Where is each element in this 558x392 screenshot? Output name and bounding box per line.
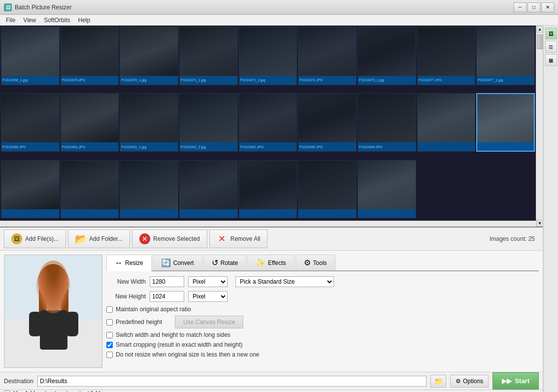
image-thumb[interactable]: P1010491_1.jpg [120,93,178,152]
add-files-button[interactable]: 🖼 Add File(s)... [4,229,66,248]
image-thumb[interactable]: P1010477.JPG [417,27,476,85]
add-files-icon: 🖼 [11,233,22,244]
scroll-thumb[interactable] [537,34,543,49]
image-thumb[interactable] [61,160,119,219]
image-thumb[interactable]: P1010494.JPG [358,93,416,152]
settings-panel: ↔ Resize 🔄 Convert ↺ Rotate ✨ Effects [106,255,539,368]
settings-tabs: ↔ Resize 🔄 Convert ↺ Rotate ✨ Effects [106,255,539,271]
tab-tools[interactable]: ⚙ Tools [295,255,335,270]
folder-structure-checkbox[interactable] [4,391,10,392]
image-thumb[interactable]: P1010472.JPG [298,27,357,85]
add-folder-button[interactable]: 📂 Add Folder... [68,229,130,248]
do-not-resize-checkbox[interactable] [106,352,113,358]
image-thumb[interactable] [179,160,238,219]
image-thumb[interactable]: P1010470.JPG [61,27,119,85]
svg-point-3 [40,277,67,312]
svg-point-7 [44,283,64,306]
remove-all-icon: ✕ [217,233,228,244]
height-unit-select[interactable]: Pixel Percent cm [188,291,228,302]
svg-rect-10 [66,312,78,336]
maximize-button[interactable]: □ [527,2,540,12]
image-thumb[interactable] [120,160,178,219]
resize-tab-icon: ↔ [115,259,123,267]
main-content: P1010468_1.jpg P1010470.JPG P1010470_1.j… [0,26,558,392]
width-label: New Width [106,278,146,285]
image-thumb[interactable] [239,160,297,219]
image-thumb[interactable]: P1010491.JPG [61,93,119,152]
tab-effects[interactable]: ✨ Effects [247,255,294,270]
destination-label: Destination [4,378,33,385]
image-thumb-selected[interactable] [476,93,535,152]
image-thumb[interactable]: P1010473_1.jpg [358,27,416,85]
menu-view[interactable]: View [19,16,40,25]
window-controls: ─ □ ✕ [514,2,554,12]
menu-softorbits[interactable]: SoftOrbits [40,16,74,25]
start-button[interactable]: ▶▶ Start [492,372,539,390]
preview-box [4,255,102,368]
remove-all-button[interactable]: ✕ Remove All [209,229,268,248]
action-toolbar: 🖼 Add File(s)... 📂 Add Folder... ✕ Remov… [0,228,543,251]
maintain-aspect-checkbox[interactable] [106,306,113,313]
remove-selected-button[interactable]: ✕ Remove Selected [132,229,207,248]
smart-crop-checkbox[interactable] [106,342,113,348]
do-not-resize-row: Do not resize when original size is less… [106,351,539,358]
predefined-height-checkbox[interactable] [106,319,113,326]
image-thumb[interactable] [298,160,357,219]
rotate-tab-icon: ↺ [212,258,218,267]
image-thumb[interactable] [358,160,416,219]
browse-destination-button[interactable]: 📁 [430,375,446,388]
image-area: P1010468_1.jpg P1010470.JPG P1010470_1.j… [0,26,543,392]
predefined-height-row: Predefined height Use Canvas Resize [106,316,539,328]
add-folder-icon: 📂 [75,233,86,244]
scroll-up-arrow[interactable]: ▲ [536,26,543,33]
destination-bar: Destination 📁 ⚙ Options ▶▶ Start [0,372,543,390]
destination-input[interactable] [37,376,427,387]
switch-dimensions-row: Switch width and height to match long si… [106,331,539,338]
images-count: Images count: 25 [490,235,539,242]
height-input[interactable] [150,291,184,302]
image-thumb[interactable]: P1010493.JPG [298,93,357,152]
image-thumb[interactable]: P1010471_1.jpg [179,27,238,85]
options-button[interactable]: ⚙ Options [450,375,489,388]
image-thumb[interactable]: P1010477_1.jpg [476,27,535,85]
image-thumb[interactable]: P1010470_1.jpg [120,27,178,85]
width-unit-select[interactable]: Pixel Percent cm [188,276,228,287]
tab-convert[interactable]: 🔄 Convert [153,255,202,270]
thumbnail-view-button[interactable]: 🖼 [545,28,557,39]
options-gear-icon: ⚙ [456,378,461,385]
remove-selected-icon: ✕ [139,233,150,244]
image-thumb[interactable] [417,93,476,152]
close-button[interactable]: ✕ [541,2,554,12]
height-label: New Height [106,293,146,300]
convert-tab-icon: 🔄 [161,258,171,267]
scroll-down-arrow[interactable]: ▼ [536,220,543,227]
minimize-button[interactable]: ─ [514,2,526,12]
vertical-scrollbar[interactable]: ▲ ▼ [536,26,543,227]
image-thumb[interactable] [1,160,60,219]
preview-image [4,255,102,367]
image-thumb[interactable]: P1010491_2.jpg [179,93,238,152]
switch-dimensions-checkbox[interactable] [106,332,113,338]
grid-view-button[interactable]: ▦ [545,54,557,66]
width-input[interactable] [150,276,184,287]
list-view-button[interactable]: ☰ [545,41,557,53]
smart-crop-row: Smart cropping (result in exact width an… [106,341,539,348]
standard-size-select[interactable]: Pick a Standard Size 800x600 1024x768 12… [235,276,334,287]
menu-file[interactable]: File [2,16,19,25]
image-thumb[interactable]: P1010471_2.jpg [239,27,297,85]
preview-svg [4,255,102,368]
effects-tab-icon: ✨ [256,258,265,267]
svg-point-4 [39,272,68,297]
image-thumb[interactable]: P1010490.JPG [1,93,60,152]
use-canvas-resize-button[interactable]: Use Canvas Resize [175,316,243,328]
menu-help[interactable]: Help [74,16,95,25]
side-toolbar: 🖼 ☰ ▦ [543,26,558,392]
app-title: Batch Picture Resizer [15,4,71,11]
tab-resize[interactable]: ↔ Resize [106,255,152,271]
width-row: New Width Pixel Percent cm Pick a Standa… [106,276,539,287]
tab-rotate[interactable]: ↺ Rotate [203,255,246,270]
image-thumb[interactable]: P1010468_1.jpg [1,27,60,85]
horizontal-scrollbar[interactable] [0,221,536,227]
image-thumb[interactable]: P1010492.JPG [239,93,297,152]
folder-structure-row: Use folder structure in output folder [4,390,105,392]
